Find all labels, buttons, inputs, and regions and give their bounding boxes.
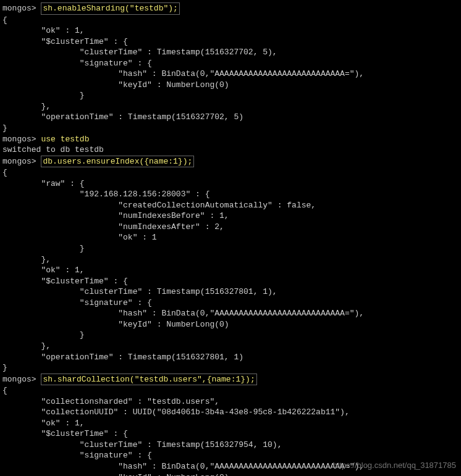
output-line: {: [2, 385, 459, 396]
output-line: {: [2, 15, 459, 26]
output-line: "numIndexesBefore" : 1,: [2, 211, 459, 222]
output-line: "hash" : BinData(0,"AAAAAAAAAAAAAAAAAAAA…: [2, 308, 459, 319]
prompt: mongos>: [2, 4, 41, 13]
output-line: "192.168.128.156:28003" : {: [2, 189, 459, 200]
output-line: "ok" : 1,: [2, 25, 459, 36]
output-line: "clusterTime" : Timestamp(1516327702, 5)…: [2, 47, 459, 58]
watermark-text: https://blog.csdn.net/qq_31871785: [333, 460, 457, 471]
command-shard-collection: sh.shardCollection("testdb.users",{name:…: [41, 374, 256, 386]
output-line: }: [2, 243, 459, 254]
output-line: "$clusterTime" : {: [2, 36, 459, 48]
output-line: "keyId" : NumberLong(0): [2, 319, 459, 330]
command-ensure-index: db.users.ensureIndex({name:1});: [41, 156, 194, 168]
cmd-line-1: mongos> sh.enableSharding("testdb");: [2, 2, 459, 15]
prompt: mongos>: [2, 375, 41, 384]
output-line: "collectionUUID" : UUID("08d4061b-3b4a-4…: [2, 407, 459, 418]
output-line: "$clusterTime" : {: [2, 428, 459, 440]
output-line: "signature" : {: [2, 450, 459, 461]
output-line: },: [2, 254, 459, 265]
output-line: "createdCollectionAutomatically" : false…: [2, 200, 459, 211]
output-line: "ok" : 1,: [2, 265, 459, 276]
output-line: "signature" : {: [2, 298, 459, 309]
prompt: mongos>: [2, 135, 41, 144]
output-line: "ok" : 1,: [2, 418, 459, 429]
output-line: "ok" : 1: [2, 232, 459, 243]
output-line: {: [2, 167, 459, 178]
output-line: "operationTime" : Timestamp(1516327801, …: [2, 352, 459, 363]
output-line: "clusterTime" : Timestamp(1516327954, 10…: [2, 440, 459, 451]
output-line: "raw" : {: [2, 178, 459, 190]
output-line: "operationTime" : Timestamp(1516327702, …: [2, 112, 459, 123]
output-line: }: [2, 123, 459, 134]
output-line: },: [2, 101, 459, 112]
output-line: "numIndexesAfter" : 2,: [2, 222, 459, 233]
output-line: }: [2, 90, 459, 101]
output-line: }: [2, 362, 459, 374]
cmd-line-2: mongos> use testdb: [2, 134, 459, 145]
output-line: "$clusterTime" : {: [2, 276, 459, 287]
cmd-line-3: mongos> db.users.ensureIndex({name:1});: [2, 156, 459, 168]
output-line: "keyId" : NumberLong(0): [2, 80, 459, 91]
output-line: switched to db testdb: [2, 144, 459, 156]
terminal-output: mongos> sh.enableSharding("testdb"); { "…: [2, 2, 459, 476]
output-line: },: [2, 341, 459, 352]
output-line: "signature" : {: [2, 58, 459, 69]
command-enable-sharding: sh.enableSharding("testdb");: [41, 2, 179, 15]
output-line: "collectionsharded" : "testdb.users",: [2, 396, 459, 407]
command-use-testdb: use testdb: [41, 135, 89, 144]
output-line: "hash" : BinData(0,"AAAAAAAAAAAAAAAAAAAA…: [2, 69, 459, 80]
cmd-line-4: mongos> sh.shardCollection("testdb.users…: [2, 374, 459, 386]
output-line: "clusterTime" : Timestamp(1516327801, 1)…: [2, 286, 459, 298]
prompt: mongos>: [2, 157, 41, 166]
output-line: }: [2, 330, 459, 341]
output-line: "keyId" : NumberLong(0): [2, 472, 459, 476]
